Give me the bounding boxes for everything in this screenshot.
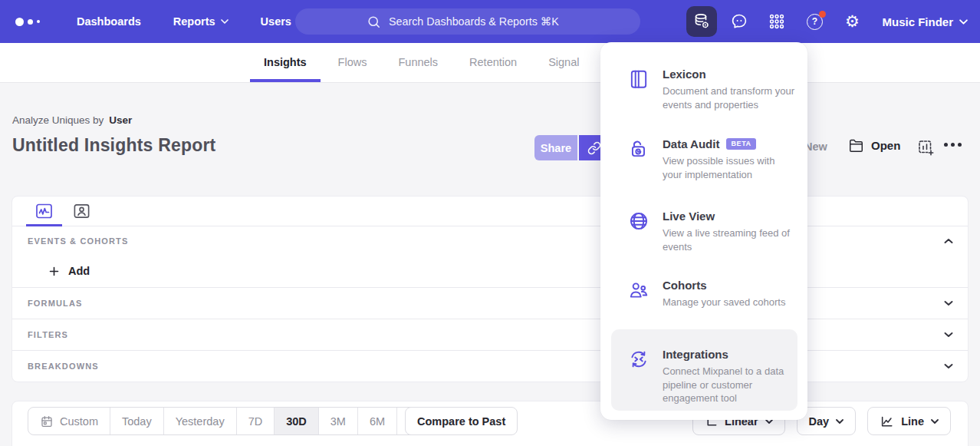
global-search[interactable] — [295, 8, 640, 35]
new-report-button[interactable]: New — [804, 140, 827, 153]
tab-users-view[interactable] — [70, 197, 93, 226]
beta-badge: BETA — [726, 138, 755, 150]
tab-retention[interactable]: Retention — [455, 43, 531, 82]
add-to-dashboard-button[interactable] — [917, 139, 935, 160]
link-icon — [587, 141, 601, 155]
project-switcher[interactable]: Music Finder — [882, 15, 968, 28]
share-button[interactable]: Share — [534, 135, 577, 160]
lock-icon — [628, 137, 649, 163]
section-breakdowns[interactable]: BREAKDOWNS — [12, 350, 968, 382]
menu-item-title: Data Audit — [663, 137, 719, 150]
tab-flows[interactable]: Flows — [324, 43, 381, 82]
page-title[interactable]: Untitled Insights Report — [12, 135, 215, 156]
tab-events-view[interactable] — [26, 197, 62, 226]
settings-button[interactable]: ⚙ — [837, 6, 867, 37]
book-icon — [628, 68, 649, 93]
plus-icon — [48, 266, 60, 277]
menu-item-lexicon[interactable]: Lexicon Document and transform your even… — [628, 68, 797, 111]
feedback-button[interactable] — [724, 6, 755, 37]
menu-item-data-audit[interactable]: Data Audit BETA View possible issues wit… — [628, 137, 797, 181]
section-label: FILTERS — [28, 330, 68, 339]
tab-signal[interactable]: Signal — [534, 43, 593, 82]
share-split-button: Share — [534, 135, 610, 160]
globe-icon — [628, 210, 649, 235]
chevron-down-icon — [931, 419, 939, 424]
nav-item-dashboards[interactable]: Dashboards — [77, 15, 141, 28]
menu-item-title: Lexicon — [663, 68, 706, 81]
chevron-down-icon[interactable] — [944, 332, 953, 338]
chevron-up-icon[interactable] — [944, 238, 953, 244]
menu-item-title: Cohorts — [663, 279, 707, 292]
top-navbar: Dashboards Reports Users — [0, 0, 980, 43]
add-event-button[interactable]: Add — [48, 265, 90, 277]
report-tabbar: Insights Flows Funnels Retention Signal … — [0, 43, 980, 83]
folder-icon — [848, 138, 864, 153]
section-formulas[interactable]: FORMULAS — [12, 287, 968, 319]
chevron-down-icon — [221, 19, 229, 24]
database-gear-icon — [692, 12, 711, 31]
user-card-icon — [73, 203, 90, 220]
chevron-down-icon — [836, 419, 844, 424]
menu-item-title: Live View — [663, 210, 715, 223]
calendar-icon — [40, 415, 54, 428]
nav-item-users[interactable]: Users — [261, 15, 291, 28]
menu-item-title: Integrations — [663, 348, 728, 361]
mixpanel-logo-icon[interactable] — [15, 18, 51, 26]
open-report-button[interactable]: Open — [848, 138, 900, 153]
board-add-icon — [917, 139, 935, 157]
sync-icon — [628, 348, 649, 373]
analyze-entity[interactable]: User — [109, 114, 132, 126]
chevron-down-icon[interactable] — [944, 363, 953, 369]
apps-grid-button[interactable] — [761, 6, 792, 37]
chevron-down-icon[interactable] — [944, 300, 953, 306]
grid-dots-icon — [768, 12, 786, 31]
menu-item-description: View a live streaming feed of events — [663, 226, 797, 253]
compare-to-past-button[interactable]: Compare to Past — [405, 407, 518, 435]
help-button[interactable]: ? — [799, 6, 830, 37]
line-chart-icon — [880, 415, 894, 428]
range-today[interactable]: Today — [110, 408, 164, 434]
data-management-button[interactable] — [686, 6, 717, 37]
message-bubble-icon — [730, 12, 748, 31]
search-input[interactable] — [389, 15, 569, 28]
menu-item-description: Manage your saved cohorts — [663, 296, 785, 309]
active-tab-underline — [250, 79, 321, 82]
menu-item-integrations[interactable]: Integrations Connect Mixpanel to a data … — [628, 348, 797, 405]
line-chart-icon — [35, 203, 54, 220]
people-icon — [628, 279, 649, 304]
builder-view-tabs — [12, 197, 968, 226]
notification-dot — [819, 11, 826, 18]
query-builder-card: EVENTS & COHORTS Add FORMULAS FILTERS BR… — [12, 196, 968, 382]
menu-item-live-view[interactable]: Live View View a live streaming feed of … — [628, 210, 797, 253]
menu-item-description: Document and transform your events and p… — [663, 84, 797, 111]
menu-item-description: Connect Mixpanel to a data pipeline or c… — [663, 365, 797, 405]
primary-nav: Dashboards Reports Users — [77, 15, 291, 28]
report-subtitle: Analyze Uniques byUser — [12, 114, 132, 126]
section-label: EVENTS & COHORTS — [28, 236, 128, 246]
range-30d[interactable]: 30D — [275, 408, 319, 434]
project-name: Music Finder — [882, 15, 953, 28]
chevron-down-icon — [959, 19, 968, 25]
gear-icon: ⚙ — [845, 14, 860, 30]
range-7d[interactable]: 7D — [237, 408, 275, 434]
range-3m[interactable]: 3M — [319, 408, 358, 434]
events-add-row: Add — [12, 255, 968, 287]
section-filters[interactable]: FILTERS — [12, 319, 968, 350]
nav-item-reports[interactable]: Reports — [173, 15, 229, 28]
range-custom[interactable]: Custom — [28, 408, 110, 434]
ellipsis-icon — [944, 143, 948, 147]
menu-item-cohorts[interactable]: Cohorts Manage your saved cohorts — [628, 279, 797, 309]
tab-funnels[interactable]: Funnels — [384, 43, 452, 82]
data-management-menu: Lexicon Document and transform your even… — [600, 42, 807, 420]
chart-controls-card: Custom Today Yesterday 7D 30D 3M 6M 12M … — [12, 401, 968, 446]
section-label: FORMULAS — [28, 299, 83, 308]
range-6m[interactable]: 6M — [358, 408, 397, 434]
tab-insights[interactable]: Insights — [250, 43, 321, 82]
more-options-button[interactable] — [944, 143, 962, 147]
section-label: BREAKDOWNS — [28, 362, 99, 371]
menu-item-description: View possible issues with your implement… — [663, 154, 797, 181]
range-yesterday[interactable]: Yesterday — [164, 408, 237, 434]
section-events-cohorts[interactable]: EVENTS & COHORTS — [12, 226, 968, 255]
chart-type-dropdown[interactable]: Line — [867, 407, 951, 435]
date-range-segmented-control: Custom Today Yesterday 7D 30D 3M 6M 12M — [28, 407, 442, 435]
